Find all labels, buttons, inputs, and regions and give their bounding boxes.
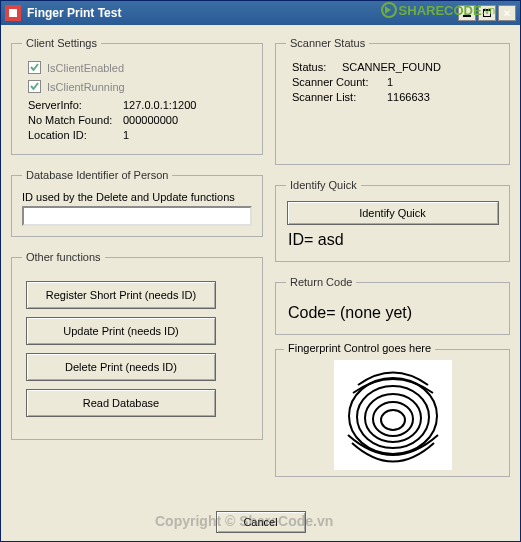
other-functions-group: Other functions Register Short Print (ne… bbox=[11, 251, 263, 440]
sharecode-watermark-logo: SHARECODE.vn bbox=[381, 2, 495, 18]
status-label: Status: bbox=[292, 61, 342, 73]
locationid-label: Location ID: bbox=[28, 129, 123, 141]
db-id-input[interactable] bbox=[22, 206, 252, 226]
read-db-button[interactable]: Read Database bbox=[26, 389, 216, 417]
checkbox-icon bbox=[28, 80, 41, 93]
identify-result: ID= asd bbox=[288, 231, 497, 249]
serverinfo-label: ServerInfo: bbox=[28, 99, 123, 111]
db-identifier-group: Database Identifier of Person ID used by… bbox=[11, 169, 263, 237]
return-code-legend: Return Code bbox=[286, 276, 356, 288]
scanner-status-legend: Scanner Status bbox=[286, 37, 369, 49]
cancel-button[interactable]: Cancel bbox=[216, 511, 306, 533]
svg-point-3 bbox=[357, 386, 429, 448]
identify-quick-button[interactable]: Identify Quick bbox=[287, 201, 499, 225]
serverinfo-value: 127.0.0.1:1200 bbox=[123, 99, 196, 111]
scanner-status-group: Scanner Status Status:SCANNER_FOUND Scan… bbox=[275, 37, 510, 165]
client-settings-group: Client Settings IsClientEnabled IsClient… bbox=[11, 37, 263, 155]
fingerprint-legend: Fingerprint Control goes here bbox=[284, 342, 435, 354]
nomatch-label: No Match Found: bbox=[28, 114, 123, 126]
client-area: Client Settings IsClientEnabled IsClient… bbox=[1, 25, 520, 541]
titlebar[interactable]: Finger Print Test SHARECODE.vn × bbox=[1, 1, 520, 25]
app-icon bbox=[5, 5, 21, 21]
scanner-list-label: Scanner List: bbox=[292, 91, 387, 103]
identify-quick-legend: Identify Quick bbox=[286, 179, 361, 191]
nomatch-value: 000000000 bbox=[123, 114, 178, 126]
identify-quick-group: Identify Quick Identify Quick ID= asd bbox=[275, 179, 510, 262]
return-code-value: Code= (none yet) bbox=[288, 304, 497, 322]
is-client-enabled-checkbox[interactable]: IsClientEnabled bbox=[28, 61, 252, 74]
delete-button[interactable]: Delete Print (needs ID) bbox=[26, 353, 216, 381]
register-button[interactable]: Register Short Print (needs ID) bbox=[26, 281, 216, 309]
other-functions-legend: Other functions bbox=[22, 251, 105, 263]
app-window: Finger Print Test SHARECODE.vn × Client … bbox=[0, 0, 521, 542]
scanner-count-value: 1 bbox=[387, 76, 393, 88]
status-value: SCANNER_FOUND bbox=[342, 61, 441, 73]
return-code-group: Return Code Code= (none yet) bbox=[275, 276, 510, 335]
fingerprint-control-group: Fingerprint Control goes here bbox=[275, 349, 510, 477]
close-button[interactable]: × bbox=[498, 5, 516, 21]
svg-point-0 bbox=[381, 410, 405, 430]
update-button[interactable]: Update Print (needs ID) bbox=[26, 317, 216, 345]
fingerprint-icon bbox=[338, 365, 448, 465]
checkbox-icon bbox=[28, 61, 41, 74]
db-id-hint: ID used by the Delete and Update functio… bbox=[22, 191, 252, 203]
db-identifier-legend: Database Identifier of Person bbox=[22, 169, 172, 181]
is-client-running-checkbox[interactable]: IsClientRunning bbox=[28, 80, 252, 93]
fingerprint-image bbox=[334, 360, 452, 470]
locationid-value: 1 bbox=[123, 129, 129, 141]
scanner-list-value: 1166633 bbox=[387, 91, 430, 103]
client-settings-legend: Client Settings bbox=[22, 37, 101, 49]
scanner-count-label: Scanner Count: bbox=[292, 76, 387, 88]
